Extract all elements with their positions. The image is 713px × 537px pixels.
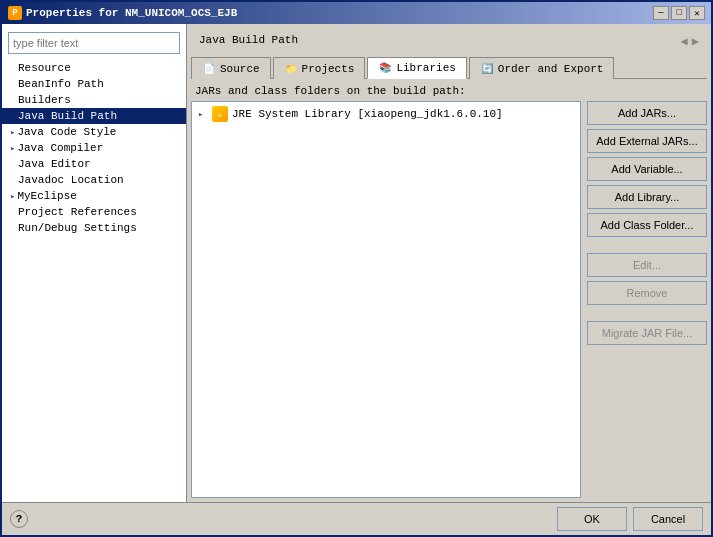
libraries-list[interactable]: ▸ ☕ JRE System Library [xiaopeng_jdk1.6.…	[191, 101, 581, 498]
sidebar-item-myeclipse[interactable]: ▸ MyEclipse	[2, 188, 186, 204]
order-export-tab-icon: 🔄	[480, 62, 494, 76]
minimize-button[interactable]: —	[653, 6, 669, 20]
list-item[interactable]: ▸ ☕ JRE System Library [xiaopeng_jdk1.6.…	[194, 104, 578, 124]
title-buttons: — □ ✕	[653, 6, 705, 20]
jre-library-icon: ☕	[212, 106, 228, 122]
panel-description: JARs and class folders on the build path…	[191, 83, 707, 101]
sidebar-item-builders[interactable]: Builders	[2, 92, 186, 108]
buttons-panel: Add JARs... Add External JARs... Add Var…	[587, 101, 707, 498]
filter-input[interactable]	[8, 32, 180, 54]
button-separator	[587, 241, 707, 249]
breadcrumb: Java Build Path	[195, 30, 302, 52]
tab-order-export[interactable]: 🔄 Order and Export	[469, 57, 615, 79]
sidebar-item-java-code-style[interactable]: ▸ Java Code Style	[2, 124, 186, 140]
button-separator-2	[587, 309, 707, 317]
source-tab-icon: 📄	[202, 62, 216, 76]
sidebar-item-resource[interactable]: Resource	[2, 60, 186, 76]
sidebar-item-java-compiler[interactable]: ▸ Java Compiler	[2, 140, 186, 156]
sidebar: Resource BeanInfo Path Builders Java Bui…	[2, 24, 187, 502]
nav-back-icon[interactable]: ◀	[681, 34, 688, 49]
sidebar-item-run-debug-settings[interactable]: Run/Debug Settings	[2, 220, 186, 236]
remove-button[interactable]: Remove	[587, 281, 707, 305]
sidebar-item-java-editor[interactable]: Java Editor	[2, 156, 186, 172]
sidebar-item-project-references[interactable]: Project References	[2, 204, 186, 220]
main-window: P Properties for NM_UNICOM_OCS_EJB — □ ✕…	[0, 0, 713, 537]
add-external-jars-button[interactable]: Add External JARs...	[587, 129, 707, 153]
tab-bar: 📄 Source 📁 Projects 📚 Libraries 🔄 Order …	[191, 56, 707, 79]
maximize-button[interactable]: □	[671, 6, 687, 20]
expand-icon: ▸	[10, 143, 15, 154]
expand-icon: ▸	[10, 191, 15, 202]
expand-icon: ▸	[198, 109, 208, 120]
libraries-tab-icon: 📚	[378, 61, 392, 75]
bottom-bar: ? OK Cancel	[2, 502, 711, 535]
close-button[interactable]: ✕	[689, 6, 705, 20]
bottom-buttons: OK Cancel	[557, 507, 703, 531]
edit-button[interactable]: Edit...	[587, 253, 707, 277]
expand-icon: ▸	[10, 127, 15, 138]
tab-source[interactable]: 📄 Source	[191, 57, 271, 79]
content-area: Resource BeanInfo Path Builders Java Bui…	[2, 24, 711, 502]
add-variable-button[interactable]: Add Variable...	[587, 157, 707, 181]
jre-library-label: JRE System Library [xiaopeng_jdk1.6.0.10…	[232, 108, 503, 120]
panel-content: ▸ ☕ JRE System Library [xiaopeng_jdk1.6.…	[191, 101, 707, 498]
tab-libraries[interactable]: 📚 Libraries	[367, 57, 466, 79]
projects-tab-icon: 📁	[284, 62, 298, 76]
panel-body: JARs and class folders on the build path…	[191, 83, 707, 498]
add-jars-button[interactable]: Add JARs...	[587, 101, 707, 125]
title-bar-left: P Properties for NM_UNICOM_OCS_EJB	[8, 6, 237, 20]
nav-arrows: ◀ ▶	[677, 32, 703, 51]
window-icon: P	[8, 6, 22, 20]
cancel-button[interactable]: Cancel	[633, 507, 703, 531]
add-class-folder-button[interactable]: Add Class Folder...	[587, 213, 707, 237]
add-library-button[interactable]: Add Library...	[587, 185, 707, 209]
sidebar-item-beaninfo-path[interactable]: BeanInfo Path	[2, 76, 186, 92]
sidebar-item-javadoc-location[interactable]: Javadoc Location	[2, 172, 186, 188]
sidebar-item-java-build-path[interactable]: Java Build Path	[2, 108, 186, 124]
migrate-jar-button[interactable]: Migrate JAR File...	[587, 321, 707, 345]
breadcrumb-nav: Java Build Path ◀ ▶	[191, 28, 707, 56]
tab-projects[interactable]: 📁 Projects	[273, 57, 366, 79]
window-title: Properties for NM_UNICOM_OCS_EJB	[26, 7, 237, 19]
nav-forward-icon[interactable]: ▶	[692, 34, 699, 49]
ok-button[interactable]: OK	[557, 507, 627, 531]
title-bar: P Properties for NM_UNICOM_OCS_EJB — □ ✕	[2, 2, 711, 24]
help-button[interactable]: ?	[10, 510, 28, 528]
main-panel: Java Build Path ◀ ▶ 📄 Source 📁 Projects …	[187, 24, 711, 502]
